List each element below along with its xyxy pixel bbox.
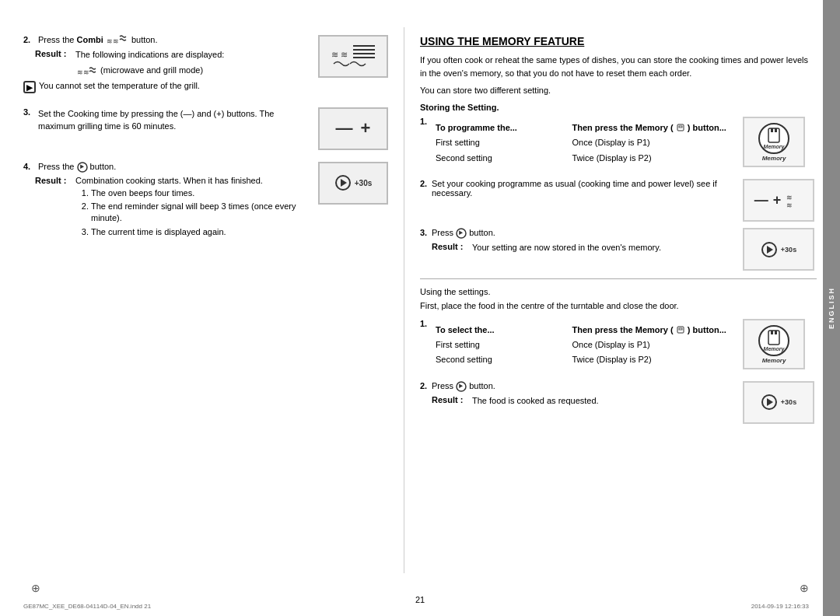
svg-rect-31 [771,331,773,334]
pm-plus: + [773,192,782,208]
svg-marker-24 [459,231,463,236]
storing-step2-text: 2. Set your cooking programme as usual (… [420,179,735,198]
use-row1-col1: First setting [432,338,569,352]
use-settings-table: To select the... Then press the Memory (… [432,323,735,368]
using-intro: First, place the food in the centre of t… [420,299,817,313]
storing-title: Storing the Setting. [420,103,817,112]
step3-text: 3. Set the Cooking time by pressing the … [23,107,310,133]
step4-number: 4. [23,162,35,171]
sublist-item: The end reminder signal will beep 3 time… [91,201,310,225]
settings-table: To programme the... Then press the Memor… [432,121,735,166]
storing-step3-text: 3. Press button. [420,228,735,239]
svg-marker-35 [459,383,463,388]
memory-button-box-2: Memory Memory [743,319,817,369]
start-circle-icon-3 [761,394,778,411]
step2-number: 2. [23,35,35,44]
svg-rect-15 [679,126,682,128]
sidebar-label: ENGLISH [828,287,835,329]
intro-text: If you often cook or reheat the same typ… [420,54,817,79]
storing-step2-content: 2. Set your cooking programme as usual (… [420,179,735,198]
row1-col2: Once (Display is P1) [569,135,736,150]
step2-content: Press the Combi ≋ ≋ button. [38,35,158,46]
step3-number: 3. [23,107,35,117]
step3-block: — + 3. Set the Cooking time by pressing … [23,107,388,154]
right-column: USING THE MEMORY FEATURE If you often co… [404,27,817,573]
row1-col1: First setting [432,135,569,150]
step2-result: Result : The following indications are d… [35,49,310,61]
step3r-content: Press button. [432,228,495,239]
step2r-number: 2. [420,179,432,198]
use-step1-content: 1. To select the... Then press the Memor… [420,319,735,375]
pm-micro-box: — + ≋ ≋ [743,179,817,222]
use-step2-content: 2. Press button. Result : The food i [420,381,735,411]
combi-word: Combi [77,35,103,44]
svg-text:Memory: Memory [764,346,786,352]
minus-icon: — [336,118,353,138]
storing-step1-header: 1. To programme the... Then press the Me… [420,117,735,170]
step4-result-label: Result : [35,176,75,185]
svg-marker-26 [767,246,773,254]
svg-text:Memory: Memory [764,144,786,150]
pm-minus: — [754,192,768,208]
step4-sublist: The oven beeps four times. The end remin… [91,187,310,239]
col1-header: To programme the... [432,121,569,135]
step4-result-text: Combination cooking starts. When it has … [75,176,310,240]
svg-rect-30 [768,331,779,345]
section-divider [420,278,817,279]
start-box-2: +30s [743,228,817,271]
use-col1-header: To select the... [432,323,569,338]
sublist-item: The current time is displayed again. [91,226,310,238]
svg-text:≋: ≋ [786,201,793,209]
svg-rect-19 [775,128,777,132]
memory-label-1: Memory [762,155,786,162]
use-step2-result: Result : The food is cooked as requested… [432,395,735,407]
use-row2-col2: Twice (Display is P2) [569,352,736,367]
plus30s-label-2: +30s [781,246,796,254]
left-column: ≋ ≋ [23,27,404,573]
use-row1-col2: Once (Display is P1) [569,338,736,352]
step2-block: ≋ ≋ [23,35,388,100]
storing-step3: 3. Press button. Result : Your setti [420,228,817,271]
svg-text:≋: ≋ [786,194,793,201]
use-col2-header: Then press the Memory ( ) button... [569,323,736,338]
memory-svg-icon-1: Memory [758,122,790,155]
warning-text: You cannot set the temperature of the gr… [39,81,200,90]
svg-text:≋: ≋ [107,37,113,45]
memory-label-2: Memory [762,357,786,364]
start-illustration-2: +30s [743,228,814,271]
warning-block: ▶ You cannot set the temperature of the … [23,81,310,93]
start-button-illustration: +30s [318,162,388,205]
svg-rect-28 [679,328,682,330]
combi-button-illustration: ≋ ≋ [318,35,388,78]
step2-result-text: The following indications are displayed: [75,49,310,61]
start-box-3: +30s [743,381,817,424]
step1-table-area: To programme the... Then press the Memor… [432,117,735,170]
memory-button-illustration-2: Memory Memory [743,319,805,369]
memory-button-illustration-1: Memory Memory [743,117,805,167]
use-step2: 2. Press button. Result : The food i [420,381,817,424]
plus-minus-illustration: — + [318,107,388,150]
svg-text:≋: ≋ [341,50,348,59]
page-number: 21 [415,595,425,604]
intro2-text: You can store two different setting. [420,86,817,95]
use-step2-content: Press button. [432,381,495,392]
footer-left: GE87MC_XEE_DE68-04114D-04_EN.indd 21 [23,603,151,610]
use-step2-result-text: The food is cooked as requested. [472,395,735,407]
step4-text: 4. Press the button. [23,162,310,173]
plus30s-label: +30s [355,179,373,187]
plus30s-label-3: +30s [781,398,796,406]
svg-text:≋: ≋ [77,68,83,76]
svg-text:≋: ≋ [331,50,338,59]
svg-rect-32 [775,331,777,334]
storing-step1: 1. To programme the... Then press the Me… [420,117,817,173]
svg-text:≋: ≋ [83,68,89,76]
english-sidebar: ENGLISH [823,0,840,616]
using-title: Using the settings. [420,287,817,296]
storing-step1-content: 1. To programme the... Then press the Me… [420,117,735,173]
step3r-result: Result : Your setting are now stored in … [432,242,735,254]
step4-block: +30s 4. Press the button. Result : [23,162,388,245]
use-step2-result-label: Result : [432,395,472,404]
start-circle-icon [334,174,352,191]
start-illustration-3: +30s [743,381,814,424]
microwave-waves-icon: ≋ ≋ [786,192,803,209]
